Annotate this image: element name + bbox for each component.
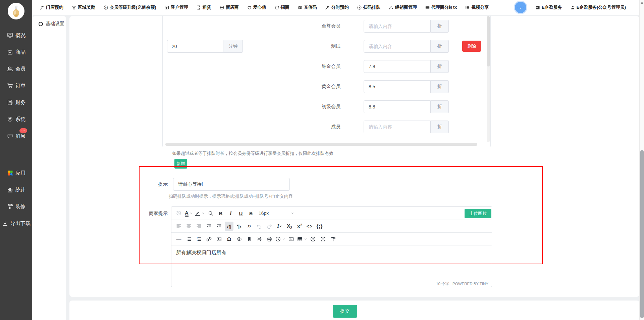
- tb-ltr-button[interactable]: ›¶: [225, 222, 233, 231]
- tb-format-painter-button[interactable]: [329, 234, 337, 243]
- sidebar-item-装修[interactable]: 装修: [0, 198, 32, 215]
- tb-remove-format-button[interactable]: I×: [275, 222, 284, 231]
- brand-logo[interactable]: [8, 3, 24, 19]
- tb-fullscreen-button[interactable]: [319, 234, 327, 243]
- topnav-item-代理商分红tx[interactable]: 代理商分红tx: [425, 4, 457, 10]
- topnav-item-会员等级升级(充值余额)[interactable]: S会员等级升级(充值余额): [103, 4, 156, 10]
- tb-superscript-button[interactable]: X2: [295, 222, 304, 231]
- topnav-item-新店商[interactable]: 新店商: [219, 4, 239, 10]
- tb-bold-button[interactable]: B: [216, 209, 225, 218]
- tb-italic-button[interactable]: I: [226, 209, 235, 218]
- sidebar-item-概况[interactable]: 概况: [0, 27, 32, 44]
- topnav-item-区域奖励[interactable]: 区域奖励: [71, 4, 95, 10]
- sidebar-item-basic-settings[interactable]: 基础设置: [32, 16, 66, 27]
- sidebar-item-系统[interactable]: 系统: [0, 111, 32, 128]
- tb-restore-button[interactable]: [174, 209, 183, 218]
- pick-tool-icon: [325, 5, 330, 10]
- tb-rtl-button[interactable]: ¶‹: [235, 222, 244, 231]
- discount-input[interactable]: [364, 60, 431, 73]
- discount-input[interactable]: [364, 40, 431, 53]
- tb-forecolor-button[interactable]: A: [184, 209, 193, 218]
- add-button[interactable]: 新增: [174, 159, 187, 169]
- topnav-item-label: 门店预约: [46, 4, 63, 10]
- tb-print-button[interactable]: [265, 234, 274, 243]
- tb-redo-button[interactable]: [265, 222, 274, 231]
- account-item[interactable]: E企盈服务: [535, 4, 562, 10]
- scrollbar-thumb[interactable]: [640, 150, 644, 318]
- timer-widget[interactable]: --:--: [514, 1, 527, 14]
- tb-align-right-button[interactable]: [195, 222, 203, 231]
- tb-charmap-button[interactable]: Ω: [225, 234, 233, 243]
- discount-input[interactable]: [364, 121, 431, 133]
- sidebar-item-会员[interactable]: 会员: [0, 60, 32, 77]
- tb-strikethrough-button[interactable]: S: [247, 209, 255, 218]
- sidebar-item-商品[interactable]: 商品: [0, 44, 32, 60]
- tb-align-center-button[interactable]: [184, 222, 193, 231]
- tb-code-sample-button[interactable]: {;}: [315, 222, 324, 231]
- tb-search-button[interactable]: [206, 209, 215, 218]
- tb-image-button[interactable]: [215, 234, 223, 243]
- discount-input[interactable]: [364, 100, 431, 113]
- tb-link-button[interactable]: [205, 234, 213, 243]
- topnav-item-label: 客户管理: [171, 4, 188, 10]
- tb-outdent-button[interactable]: [205, 222, 213, 231]
- tb-subscript-button[interactable]: X2: [285, 222, 294, 231]
- topnav-item-客户管理[interactable]: 客户管理: [164, 4, 188, 10]
- tb-align-left-button[interactable]: [174, 222, 183, 231]
- trophy-icon: [71, 5, 76, 10]
- unread-badge: ...: [19, 128, 27, 133]
- tb-pagebreak-button[interactable]: [255, 234, 264, 243]
- monitor-chart-icon: [7, 32, 13, 39]
- submit-button[interactable]: 提交: [333, 305, 357, 318]
- tb-fontsize-select[interactable]: 16px: [257, 209, 296, 218]
- topnav-item-门店预约[interactable]: 门店预约: [40, 4, 63, 10]
- tb-undo-button[interactable]: [255, 222, 264, 231]
- sidebar-item-统计[interactable]: 统计: [0, 181, 32, 198]
- discount-unit-suffix: 折: [431, 40, 449, 53]
- tb-underline-button[interactable]: U: [236, 209, 245, 218]
- tb-indent-button[interactable]: [215, 222, 223, 231]
- editor-content-area[interactable]: 所有解决权归门店所有: [171, 245, 492, 280]
- download-icon: [2, 220, 8, 227]
- topnav-item-视频分享[interactable]: 视频分享: [465, 4, 489, 10]
- scrollbar-up-arrow-icon[interactable]: [641, 2, 643, 4]
- account-item[interactable]: E企盈服务(公众号管理员): [570, 4, 626, 10]
- sidebar-item-label: 商品: [15, 49, 25, 55]
- topnav-item-分时预约[interactable]: 分时预约: [325, 4, 349, 10]
- sidebar-item-应用[interactable]: 应用: [0, 165, 32, 181]
- discount-input[interactable]: [364, 20, 431, 33]
- tb-table-button[interactable]: [297, 234, 307, 243]
- topnav-item-充值码[interactable]: 充值码: [298, 4, 317, 10]
- tb-insertdatetime-button[interactable]: [275, 234, 285, 243]
- tb-media-button[interactable]: [287, 234, 296, 243]
- sidebar-item-财务[interactable]: 财务: [0, 94, 32, 111]
- list-menu-icon: [425, 5, 430, 10]
- tb-numlist-button[interactable]: 12: [195, 234, 203, 243]
- tb-code-button[interactable]: <>: [305, 222, 314, 231]
- topnav-item-招商[interactable]: 招商: [274, 4, 289, 10]
- sidebar-item-消息[interactable]: 消息...: [0, 128, 32, 144]
- discount-input[interactable]: [364, 80, 431, 93]
- sidebar-item-导出下载[interactable]: 导出下载: [0, 215, 32, 232]
- tb-anchor-button[interactable]: [245, 234, 254, 243]
- account-item-label: E企盈服务(公众号管理员): [577, 4, 626, 10]
- tb-blockquote-button[interactable]: ”: [245, 222, 254, 231]
- panel-horizontal-scrollbar-thumb[interactable]: [165, 143, 477, 146]
- discount-row: 至尊会员折: [163, 16, 490, 36]
- tip-input[interactable]: [173, 178, 290, 191]
- topnav-item-经销商管理[interactable]: 经销商管理: [389, 4, 417, 10]
- topnav-item-扫码排队[interactable]: S扫码排队: [357, 4, 381, 10]
- duration-unit-suffix: 分钟: [223, 40, 243, 53]
- topnav-item-爱心值[interactable]: 爱心值: [247, 4, 266, 10]
- upload-image-button[interactable]: 上传图片: [465, 209, 491, 218]
- tb-bullist-button[interactable]: [184, 234, 193, 243]
- sidebar-item-订单[interactable]: 订单: [0, 77, 32, 94]
- tb-preview-button[interactable]: [235, 234, 244, 243]
- tb-backcolor-button[interactable]: [195, 209, 205, 218]
- tb-emoticons-button[interactable]: [309, 234, 317, 243]
- tb-hr-button[interactable]: —: [174, 234, 183, 243]
- topnav-item-租赁[interactable]: 租赁: [196, 4, 211, 10]
- queue-duration-input[interactable]: [167, 40, 223, 53]
- delete-button[interactable]: 删除: [462, 41, 481, 52]
- panel-vertical-scrollbar-thumb[interactable]: [487, 16, 490, 66]
